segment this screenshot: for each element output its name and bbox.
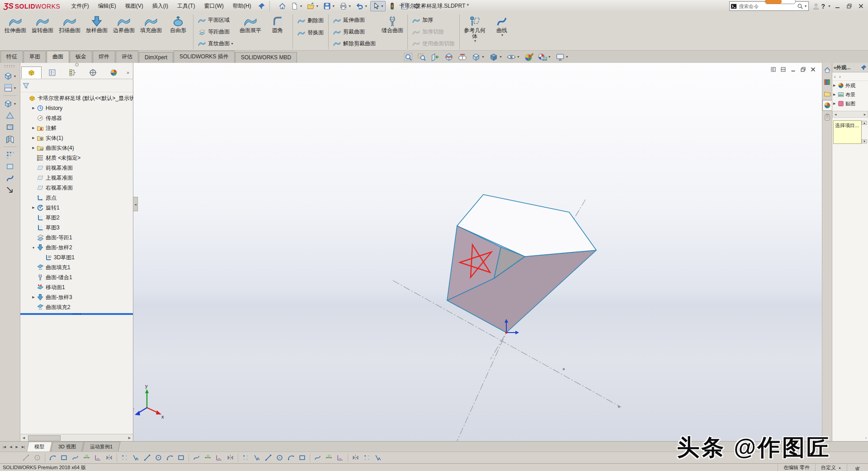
bottom-toolbar-icon-28[interactable] [350,453,361,462]
help-button[interactable]: ? [820,3,827,10]
view-settings-button[interactable]: ▼ [555,52,570,62]
expander-icon[interactable]: ▶ [833,102,838,105]
dropdown-icon[interactable]: ▼ [316,5,319,8]
revolved-surface-button[interactable]: 旋转曲面 [29,14,56,50]
task-tab-appearances[interactable] [822,100,832,111]
status-customize[interactable]: 自定义▲ [815,464,847,471]
menu-item[interactable]: 视图(V) [121,0,148,12]
dropdown-icon[interactable]: ▼ [566,55,569,58]
left-dock-icon-4[interactable]: ▼ [4,99,17,108]
left-dock-icon-12[interactable] [5,186,14,195]
menu-item[interactable]: 文件(F) [66,0,93,12]
knit-surface-button[interactable]: 缝合曲面 [379,14,406,50]
feature-tree-item[interactable]: 材质 <未指定> [20,153,133,163]
dropdown-icon[interactable]: ▼ [231,42,234,45]
tree-horizontal-scrollbar[interactable]: ◀ ▶ [20,434,133,441]
select-button[interactable]: ▼ [370,1,386,11]
command-tab[interactable]: DimXpert [139,52,173,63]
ruled-surface-button[interactable]: 直纹曲面▼ [196,38,236,49]
task-pane-row-appearances[interactable]: ▶外观 [832,81,868,90]
command-search[interactable]: ▼ [729,1,809,11]
home-button[interactable] [277,1,288,11]
feature-tree-item[interactable]: 移动面1 [20,282,133,292]
display-style-button[interactable]: ▼ [488,52,503,62]
bottom-toolbar-icon-11[interactable] [142,453,152,462]
fillet-button[interactable]: 圆角 [264,14,291,50]
delete-face-button[interactable]: 删除面 [295,14,326,27]
step-up-icon[interactable]: ▲ [862,121,867,125]
toolbar-grip[interactable] [4,65,16,67]
help-dropdown-icon[interactable]: ▼ [828,5,831,8]
dropdown-icon[interactable]: ▼ [14,102,17,105]
displaymanager-tab[interactable] [104,67,124,79]
task-tab-resources[interactable] [822,65,832,76]
command-tab[interactable]: 焊件 [93,51,115,63]
feature-tree-item[interactable]: 原点 [20,193,133,203]
bottom-toolbar-icon-17[interactable] [214,453,224,462]
menu-item[interactable]: 插入(I) [148,0,173,12]
scroll-right-icon[interactable]: ▶ [862,113,868,116]
bottom-toolbar-icon-22[interactable] [274,453,285,462]
replace-face-button[interactable]: 替换面 [295,27,326,39]
doc-minimize-icon[interactable] [788,66,797,73]
bottom-toolbar-icon-20[interactable] [252,453,262,462]
left-dock-icon-6[interactable] [5,123,14,132]
freeform-button[interactable]: 自由形 [165,14,192,50]
expander-icon[interactable]: ▶ [30,295,37,299]
tab-scroll-button[interactable]: ◀ [8,445,14,449]
bottom-toolbar-icon-18[interactable] [225,453,236,462]
expander-icon[interactable]: ▶ [30,206,37,209]
expander-icon[interactable]: ▶ [30,136,37,140]
scroll-right-icon[interactable]: ▶ [126,436,133,440]
bottom-toolbar-icon-12[interactable] [153,453,164,462]
feature-tree-item[interactable]: 3D3D草图1 [20,252,133,262]
tab-scroll-button[interactable]: ▶ [14,445,20,449]
command-tab[interactable]: 特征 [0,51,23,63]
dropdown-icon[interactable]: ▼ [14,86,17,90]
bottom-toolbar-icon-23[interactable] [286,453,296,462]
bottom-toolbar-icon-16[interactable]: 12 [203,453,213,462]
feature-tree-item[interactable]: 曲面-缝合1 [20,272,133,282]
menu-item[interactable]: 窗口(W) [199,0,228,12]
dropdown-icon[interactable]: ▼ [499,55,502,58]
document-tab[interactable]: 运动算例1 [82,442,121,452]
featuremanager-tab[interactable] [21,67,42,79]
tree-splitter-handle[interactable]: ◀ [133,197,138,211]
hide-show-items-button[interactable]: ▼ [506,52,521,62]
menu-item[interactable]: 编辑(E) [94,0,121,12]
dropdown-icon[interactable]: ▼ [332,5,335,8]
bottom-toolbar-icon-9[interactable] [119,453,130,462]
dimxpertmanager-tab[interactable] [83,67,103,79]
bottom-toolbar-icon-13[interactable] [165,453,175,462]
status-editing-mode[interactable]: 在编辑 零件 [778,464,815,471]
expander-icon[interactable]: ▶ [30,106,37,110]
bottom-toolbar-icon-27[interactable] [335,453,345,462]
pane-split-left-icon[interactable] [769,66,778,73]
bottom-toolbar-icon-15[interactable] [191,453,202,462]
lofted-surface-button[interactable]: 放样曲面 [83,14,110,50]
previous-view-button[interactable] [430,52,441,62]
view-orientation-button[interactable]: ▼ [471,52,486,62]
menu-pin-icon[interactable] [258,3,265,10]
dropdown-icon[interactable]: ▼ [364,5,368,8]
bottom-toolbar-icon-5[interactable] [70,453,80,462]
apply-scene-button[interactable]: ▼ [537,52,552,62]
feature-tree-item[interactable]: 右视基准面 [20,183,133,193]
feature-tree-item[interactable]: 草图3 [20,223,133,233]
feature-tree-item[interactable]: ▶曲面实体(4) [20,143,133,153]
minimize-button[interactable] [832,2,843,11]
bottom-toolbar-icon-29[interactable] [362,453,372,462]
dropdown-icon[interactable]: ▼ [381,5,384,8]
command-tab[interactable]: 钣金 [70,51,92,63]
dropdown-icon[interactable]: ▼ [14,75,17,78]
scrollbar-thumb[interactable] [28,435,61,441]
swept-surface-button[interactable]: 扫描曲面 [56,14,83,50]
rollback-bar[interactable] [20,313,133,315]
nav-forward-icon[interactable]: › [839,74,840,79]
extend-surface-button[interactable]: 延伸曲面 [331,14,378,26]
section-view-button[interactable] [443,52,454,62]
bottom-toolbar-icon-1[interactable] [21,453,31,462]
feature-tree-item[interactable]: 上视基准面 [20,173,133,183]
curves-button[interactable]: 曲线▼ [488,14,515,50]
save-button[interactable]: ▼ [321,1,337,11]
